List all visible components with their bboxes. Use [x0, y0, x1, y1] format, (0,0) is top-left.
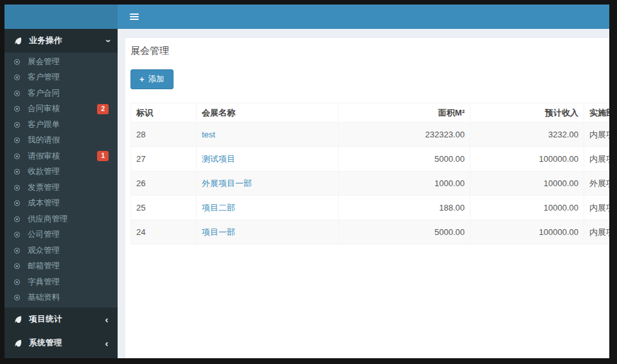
sidebar-item-label: 请假审核	[28, 151, 60, 162]
exhibition-link[interactable]: 项目一部	[202, 227, 235, 237]
sidebar-item-label: 客户跟单	[28, 119, 60, 130]
cell-id: 26	[131, 171, 197, 196]
dot-circle-icon	[14, 122, 20, 128]
cell-name: 测试项目	[197, 147, 339, 171]
sidebar-item-mailbox-mgmt[interactable]: 邮箱管理	[4, 259, 118, 275]
sidebar-item-contract-review[interactable]: 合同审核 2	[4, 101, 118, 117]
column-header-id: 标识	[131, 103, 197, 123]
cell-income: 100000.00	[470, 220, 584, 245]
cell-id: 27	[131, 147, 197, 171]
dot-circle-icon	[14, 169, 20, 175]
sidebar-item-audience-mgmt[interactable]: 观众管理	[4, 243, 118, 259]
sidebar-item-label: 合同审核	[28, 103, 60, 114]
exhibition-link[interactable]: 测试项目	[202, 154, 235, 164]
dot-circle-icon	[14, 295, 20, 300]
sidebar-item-customer-mgmt[interactable]: 客户管理	[4, 70, 118, 86]
exhibition-link[interactable]: 外展项目一部	[202, 178, 252, 188]
cell-name: 项目二部	[197, 196, 339, 220]
sidebar-item-label: 公司管理	[28, 229, 60, 240]
sidebar-item-label: 客户合同	[28, 88, 60, 99]
sidebar-item-dictionary-mgmt[interactable]: 字典管理	[4, 274, 118, 290]
dot-circle-icon	[14, 248, 20, 254]
sidebar-item-customer-contract[interactable]: 客户合同	[4, 85, 118, 101]
sidebar-item-customer-followup[interactable]: 客户跟单	[4, 117, 118, 133]
sidebar-item-exhibition-mgmt[interactable]: 展会管理	[4, 54, 118, 70]
cell-area: 1000.00	[339, 171, 470, 196]
sidebar-item-cost-mgmt[interactable]: 成本管理	[4, 196, 118, 212]
column-header-area: 面积M²	[339, 103, 470, 123]
table-row: 24 项目一部 5000.00 100000.00 内展项目	[131, 220, 610, 245]
sidebar-item-label: 成本管理	[28, 198, 60, 209]
exhibition-link[interactable]: test	[202, 130, 215, 139]
notification-badge: 2	[97, 104, 109, 114]
hamburger-bars	[130, 12, 139, 21]
sidebar-section-label: 项目统计	[29, 314, 62, 325]
hamburger-icon[interactable]	[123, 4, 146, 29]
exhibition-link[interactable]: 项目二部	[202, 203, 235, 212]
exhibition-table: 标识 会展名称 面积M² 预计收入 实施部门 28 test 232323.00…	[130, 103, 609, 245]
sidebar-section-label: 业务操作	[29, 35, 62, 46]
dot-circle-icon	[14, 185, 20, 191]
cell-name: 外展项目一部	[197, 171, 339, 196]
column-header-income: 预计收入	[470, 103, 584, 123]
cell-name: 项目一部	[197, 220, 339, 245]
cell-dept: 外展项目	[584, 171, 610, 196]
cell-area: 5000.00	[339, 220, 470, 245]
leaf-icon	[13, 37, 22, 46]
dot-circle-icon	[14, 232, 20, 238]
page-title: 展会管理	[130, 45, 609, 57]
sidebar-item-label: 展会管理	[28, 56, 60, 67]
cell-area: 5000.00	[339, 147, 470, 171]
column-header-dept: 实施部门	[584, 103, 610, 123]
sidebar-item-my-leave[interactable]: 我的请假	[4, 133, 118, 149]
cell-name: test	[197, 123, 339, 147]
cell-id: 28	[131, 123, 197, 147]
cell-income: 10000.00	[470, 171, 584, 196]
cell-income: 3232.00	[470, 123, 584, 147]
column-header-name: 会展名称	[197, 103, 339, 123]
main-content: 展会管理 + 添加 标识 会展名称 面积M² 预计收入 实施部门	[118, 29, 609, 358]
chevron-left-icon: ‹	[105, 338, 109, 348]
dot-circle-icon	[14, 74, 20, 80]
cell-area: 188.00	[339, 196, 470, 220]
content-box: 展会管理 + 添加 标识 会展名称 面积M² 预计收入 实施部门	[125, 37, 609, 358]
dot-circle-icon	[14, 91, 20, 96]
cell-id: 24	[131, 220, 197, 245]
leaf-icon	[13, 339, 22, 348]
chevron-down-icon: ‹	[102, 39, 112, 43]
cell-dept: 内展项目	[584, 147, 610, 171]
cell-dept: 内展项目	[584, 196, 610, 220]
sidebar-item-company-mgmt[interactable]: 公司管理	[4, 227, 118, 243]
cell-dept: 内展项目	[584, 220, 610, 245]
cell-id: 25	[131, 196, 197, 220]
sidebar-section-project-stats[interactable]: 项目统计 ‹	[4, 308, 118, 331]
dot-circle-icon	[14, 216, 20, 222]
dot-circle-icon	[14, 153, 20, 159]
table-row: 26 外展项目一部 1000.00 10000.00 外展项目	[131, 171, 610, 196]
add-button-label: 添加	[148, 74, 165, 85]
table-row: 27 测试项目 5000.00 100000.00 内展项目	[131, 147, 610, 171]
table-header-row: 标识 会展名称 面积M² 预计收入 实施部门	[131, 103, 610, 123]
sidebar-item-payment-mgmt[interactable]: 收款管理	[4, 164, 118, 180]
chevron-left-icon: ‹	[105, 315, 109, 324]
dot-circle-icon	[14, 106, 20, 112]
plus-icon: +	[139, 74, 145, 84]
sidebar-section-system-mgmt[interactable]: 系统管理 ‹	[4, 331, 118, 355]
sidebar-item-label: 客户管理	[28, 72, 60, 83]
sidebar-section-business-ops[interactable]: 业务操作 ‹	[4, 29, 118, 53]
sidebar-submenu: 展会管理 客户管理 客户合同 合同审核 2 客户跟单 我的请假	[4, 53, 118, 308]
dot-circle-icon	[14, 59, 20, 65]
cell-income: 10000.00	[470, 196, 584, 220]
sidebar-item-basic-data[interactable]: 基础资料	[4, 290, 118, 306]
dot-circle-icon	[14, 279, 20, 285]
cell-dept: 内展项目	[584, 123, 610, 147]
dot-circle-icon	[14, 200, 20, 206]
notification-badge: 1	[97, 151, 109, 161]
sidebar-item-leave-review[interactable]: 请假审核 1	[4, 148, 118, 164]
sidebar-item-invoice-mgmt[interactable]: 发票管理	[4, 180, 118, 196]
app-viewport: 业务操作 ‹ 展会管理 客户管理 客户合同 合同审核 2	[4, 4, 609, 358]
add-button[interactable]: + 添加	[130, 69, 174, 89]
sidebar-item-supplier-mgmt[interactable]: 供应商管理	[4, 211, 118, 227]
sidebar-item-label: 字典管理	[28, 277, 60, 288]
top-navbar	[118, 4, 609, 29]
